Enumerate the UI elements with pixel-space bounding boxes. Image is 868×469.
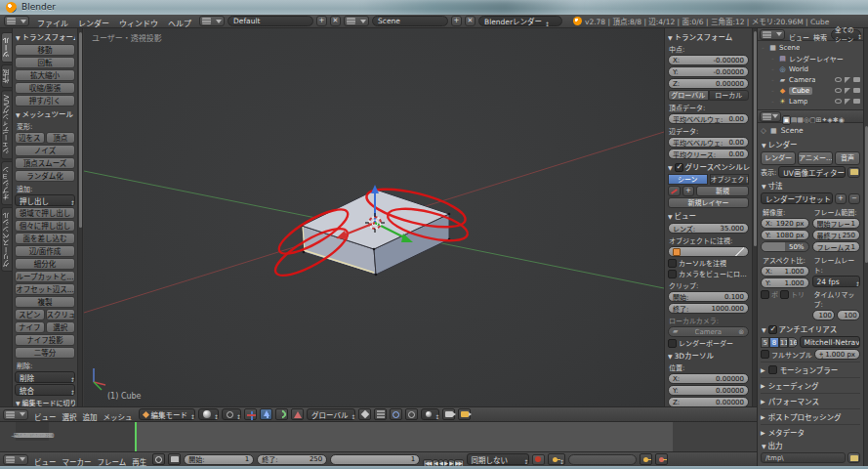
aa-samples-toggle[interactable]: 11 (779, 337, 788, 348)
aa-filter-menu[interactable]: Mitchell-Netrav...↕ (800, 336, 861, 348)
auto-keyframe-record-button[interactable] (532, 454, 545, 465)
lock-interface-button[interactable] (847, 167, 860, 178)
visibility-toggle-icon[interactable] (835, 88, 842, 93)
outliner-row[interactable]: ◦ Camera (758, 74, 863, 85)
viewport-menu-item[interactable]: メッシュ (101, 413, 136, 422)
renderability-toggle-icon[interactable] (853, 77, 860, 82)
gpencil-object-toggle[interactable]: オブジェクト (710, 174, 750, 185)
frame-start-field[interactable]: 開始フレー:1 (812, 218, 861, 229)
clear-icon[interactable]: ⊗ (738, 328, 744, 336)
frame-lock-toggle[interactable] (168, 453, 181, 465)
output-path-field[interactable]: /tmp\ (761, 452, 846, 463)
tool-button[interactable]: ノイズ (15, 145, 75, 156)
tool-shelf-tab[interactable]: グリースペンシル (1, 207, 13, 272)
current-frame-playhead[interactable] (135, 422, 137, 451)
np-view-header[interactable]: ビュー (668, 210, 750, 221)
properties-tab[interactable]: ▢ (809, 116, 816, 124)
remap-old-field[interactable]: 100 (812, 310, 836, 320)
clip-field[interactable]: 終了:1000.000 (668, 303, 749, 314)
outliner-row[interactable]: ◦ World (758, 64, 863, 74)
expand-icon[interactable]: ◦ (771, 77, 776, 83)
close-layout-button[interactable]: ✕ (330, 16, 341, 26)
tool-shelf-tab[interactable]: ツール (1, 32, 13, 63)
selectability-toggle-icon[interactable] (845, 88, 850, 94)
output-panel-header[interactable]: 出力 (762, 440, 860, 450)
lock-cursor-checkbox[interactable] (668, 259, 677, 268)
aspect-y-field[interactable]: Y:1.000 (761, 277, 809, 288)
new-layer-button[interactable]: 新規レイヤー (668, 197, 749, 208)
panel-checkbox[interactable] (768, 365, 777, 374)
viewport-menu-item[interactable]: ビュー (31, 413, 60, 422)
scene-selector[interactable]: Scene (372, 16, 448, 26)
insert-keyframe-button[interactable] (640, 453, 652, 465)
outliner-menu-item[interactable]: ビュー (787, 34, 811, 42)
orientation-selector[interactable]: グローバル↕ (307, 408, 355, 420)
tool-button[interactable]: 選択 (46, 321, 76, 333)
tool-shelf-tab[interactable]: シェーディング/UV (1, 90, 13, 159)
np-transform-header[interactable]: トランスフォーム (668, 31, 750, 42)
frame-step-field[interactable]: フレームス:1 (812, 241, 861, 252)
gpencil-new-button[interactable]: 新規 (696, 186, 749, 196)
gpencil-scene-toggle[interactable]: シーン (668, 174, 708, 185)
collapsed-panel-header[interactable]: パフォーマンス (761, 393, 860, 406)
aa-samples-toggle[interactable]: 8 (769, 337, 778, 348)
timeline-editor-type-menu[interactable] (3, 454, 28, 465)
tool-button[interactable]: 回転 (15, 57, 75, 68)
tool-button[interactable]: スクリュ (46, 309, 76, 320)
screen-layout-selector[interactable]: Default (227, 16, 313, 26)
pivot-selector[interactable]: ↕ (222, 408, 241, 420)
selectability-toggle-icon[interactable] (845, 77, 850, 83)
expand-icon[interactable]: ◦ (771, 56, 776, 62)
pin-icon[interactable]: ◇ (761, 126, 766, 135)
lens-field[interactable]: レンズ:35.000 (668, 223, 749, 234)
viewport-3d[interactable]: ユーザー・透視投影 (1) Cube (84, 28, 664, 406)
file-browse-button[interactable] (847, 452, 860, 463)
editor-type-menu[interactable] (4, 16, 29, 26)
renderability-toggle-icon[interactable] (853, 99, 860, 104)
frame-end-field[interactable]: 終了:250 (257, 454, 327, 465)
border-checkbox[interactable] (761, 290, 769, 299)
cursor-location-field[interactable]: X:0.00000 (668, 373, 749, 384)
properties-tab[interactable]: ▦ (797, 116, 804, 124)
opengl-render-button[interactable] (442, 408, 455, 420)
manipulator-translate-toggle[interactable] (260, 408, 272, 420)
tool-button[interactable]: 拡大縮小 (15, 69, 75, 81)
tool-button[interactable]: 頂点スムーズ (15, 157, 75, 169)
collapsed-panel-header[interactable]: ポストプロセッシング (761, 408, 860, 422)
resolution-x-field[interactable]: X:1920 px (761, 218, 809, 229)
properties-scrollbar[interactable] (863, 28, 868, 466)
tool-button[interactable]: 辺/面作成 (15, 245, 75, 257)
menu-item[interactable]: ヘルプ (163, 20, 196, 28)
outliner-menu-item[interactable]: 検索 (811, 34, 829, 42)
menu-item[interactable]: ファイル (32, 20, 73, 28)
remove-menu[interactable]: 統合↕ (15, 384, 75, 396)
aa-panel-header[interactable]: アンチエイリアス (762, 323, 860, 334)
tool-shelf-scrollbar[interactable] (77, 28, 82, 406)
fps-menu[interactable]: 24 fps↕ (812, 276, 861, 287)
outliner-row[interactable]: ◦ Lamp (758, 96, 863, 107)
remap-new-field[interactable]: 100 (837, 310, 860, 320)
outliner-row[interactable]: ◦ Cube (758, 85, 863, 96)
fullsample-checkbox[interactable] (761, 350, 769, 359)
tool-button[interactable]: 押す/引く (15, 95, 75, 107)
snap-toggle[interactable] (358, 408, 371, 420)
tool-button[interactable]: 二等分 (15, 347, 75, 359)
viewport-menu-item[interactable]: 追加 (80, 413, 101, 422)
manipulator-toggle[interactable] (244, 408, 257, 420)
render-panel-header[interactable]: レンダー (762, 139, 860, 149)
close-scene-button[interactable]: ✕ (465, 16, 475, 26)
snap-element-menu[interactable] (374, 408, 387, 420)
tool-button[interactable]: 移動 (15, 44, 75, 56)
extrude-menu[interactable]: 押し出し↕ (15, 194, 75, 206)
tool-button[interactable]: ナイフ投影 (15, 334, 75, 346)
np-gpencil-header[interactable]: グリースペンシルレイ (668, 161, 750, 172)
menu-item[interactable]: レンダー (73, 20, 114, 28)
edge-data-field[interactable]: 平均クリース:0.00 (668, 149, 749, 159)
frame-start-field[interactable]: 開始:1 (184, 454, 254, 465)
tool-button[interactable]: 複製 (15, 296, 75, 308)
add-scene-button[interactable]: + (451, 16, 462, 26)
add-layout-button[interactable]: + (316, 16, 327, 26)
properties-tab[interactable]: ◉ (839, 116, 845, 124)
render-display-menu[interactable]: UV画像エディター↕ (778, 166, 846, 178)
renderability-toggle-icon[interactable] (853, 88, 860, 93)
